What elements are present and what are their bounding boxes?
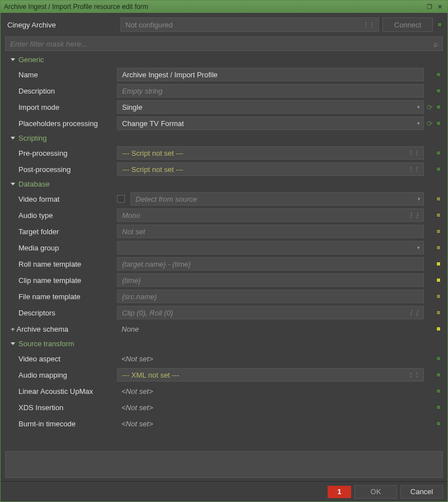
post-processing-label: Post-processing: [5, 165, 117, 174]
chevron-down-icon: [11, 137, 15, 140]
clip-template-label: Clip name template: [5, 276, 117, 285]
status-led: [436, 389, 441, 393]
chevron-down-icon: [11, 342, 15, 345]
close-icon[interactable]: ✕: [435, 3, 444, 11]
chevron-down-icon: ▾: [417, 245, 420, 250]
file-template-input[interactable]: {src.name}: [117, 290, 424, 303]
chevron-down-icon: ▾: [417, 120, 420, 126]
status-led: [436, 105, 441, 109]
audio-type-label: Audio type: [5, 211, 117, 220]
audio-type-field[interactable]: Mono⋮⋮: [117, 208, 424, 222]
name-label: Name: [5, 71, 117, 79]
bottom-panel: [5, 451, 443, 478]
section-database[interactable]: Database: [5, 178, 442, 190]
status-led: [436, 421, 441, 426]
archive-label: Cinegy Archive: [5, 21, 117, 29]
status-led: [436, 405, 441, 410]
pre-processing-label: Pre-processing: [5, 149, 117, 157]
target-folder-label: Target folder: [5, 227, 117, 236]
status-led: [436, 213, 441, 217]
description-label: Description: [5, 87, 117, 95]
burntc-label: Burnt-in timecode: [5, 420, 117, 428]
edit-form-window: Archive Ingest / Import Profile resource…: [0, 0, 448, 502]
status-led: [436, 262, 441, 266]
titlebar[interactable]: Archive Ingest / Import Profile resource…: [1, 1, 447, 13]
archive-schema-label[interactable]: Archive schema: [5, 325, 117, 333]
section-transform[interactable]: Source transform: [5, 337, 442, 350]
roll-template-label: Roll name template: [5, 260, 117, 268]
archive-schema-value: None: [117, 322, 424, 336]
import-mode-label: Import mode: [5, 103, 117, 111]
section-generic[interactable]: Generic: [5, 53, 442, 66]
connection-led: [437, 22, 442, 27]
audio-mapping-label: Audio mapping: [5, 371, 117, 379]
status-led: [436, 294, 441, 299]
browse-icon[interactable]: ⋮⋮: [408, 309, 420, 317]
connect-button[interactable]: Connect: [382, 17, 433, 32]
status-led: [436, 167, 441, 171]
chevron-down-icon: [11, 183, 15, 185]
archive-connection-field[interactable]: Not configured ⋮⋮: [120, 17, 379, 32]
xds-value: <Not set>: [117, 401, 424, 414]
media-group-label: Media group: [5, 244, 117, 252]
browse-icon[interactable]: ⋮⋮: [408, 150, 420, 157]
reset-icon[interactable]: ⟳: [427, 104, 433, 111]
archive-connection-value: Not configured: [125, 21, 173, 29]
error-count-badge[interactable]: 1: [328, 486, 351, 498]
roll-template-input[interactable]: {target.name} - {time}: [117, 257, 424, 271]
ok-button[interactable]: OK: [354, 485, 397, 499]
upmax-label: Linear Acoustic UpMax: [5, 387, 117, 396]
cancel-button[interactable]: Cancel: [400, 485, 443, 499]
section-scripting[interactable]: Scripting: [5, 132, 442, 145]
chevron-down-icon: ▾: [417, 104, 420, 110]
clip-template-input[interactable]: {time}: [117, 273, 424, 287]
audio-mapping-field[interactable]: --- XML not set ---⋮⋮: [117, 368, 424, 382]
video-aspect-value: <Not set>: [117, 352, 424, 365]
name-input[interactable]: Archive Ingest / Import Profile: [117, 68, 424, 81]
status-led: [436, 229, 441, 234]
post-processing-field[interactable]: --- Script not set ---⋮⋮: [117, 162, 424, 176]
file-template-label: File name template: [5, 292, 117, 301]
descriptors-field[interactable]: Clip (0), Roll (0)⋮⋮: [117, 306, 424, 319]
descriptors-label: Descriptors: [5, 309, 117, 317]
video-format-select[interactable]: Detect from source▾: [130, 192, 424, 206]
browse-icon[interactable]: ⋮⋮: [363, 21, 375, 29]
import-mode-select[interactable]: Single▾: [117, 100, 424, 114]
status-led: [436, 356, 441, 361]
browse-icon[interactable]: ⋮⋮: [408, 371, 420, 379]
status-led: [436, 89, 441, 93]
pre-processing-field[interactable]: --- Script not set ---⋮⋮: [117, 146, 424, 160]
burntc-value: <Not set>: [117, 417, 424, 430]
browse-icon[interactable]: ⋮⋮: [408, 212, 420, 219]
media-group-select[interactable]: ▾: [117, 241, 424, 254]
video-format-checkbox[interactable]: [117, 195, 125, 203]
chevron-down-icon: [11, 58, 15, 61]
status-led: [436, 278, 441, 282]
status-led: [436, 327, 441, 331]
form-area[interactable]: Generic Name Archive Ingest / Import Pro…: [5, 53, 443, 448]
xds-label: XDS Insertion: [5, 403, 117, 412]
search-icon[interactable]: ⌕: [433, 40, 438, 48]
placeholders-select[interactable]: Change TV Format▾: [117, 117, 424, 130]
window-title: Archive Ingest / Import Profile resource…: [4, 3, 424, 11]
reset-icon[interactable]: ⟳: [427, 120, 433, 127]
video-aspect-label: Video aspect: [5, 355, 117, 363]
footer: 1 OK Cancel: [1, 481, 447, 501]
filter-row: ⌕: [5, 36, 443, 51]
status-led: [436, 151, 441, 155]
status-led: [436, 121, 441, 125]
status-led: [436, 373, 441, 377]
filter-input[interactable]: [10, 40, 433, 48]
description-input[interactable]: Empty string: [117, 84, 424, 97]
restore-icon[interactable]: ❐: [425, 3, 434, 11]
status-led: [436, 310, 441, 315]
upmax-value: <Not set>: [117, 384, 424, 398]
status-led: [436, 197, 441, 201]
placeholders-label: Placeholders processing: [5, 119, 117, 128]
browse-icon[interactable]: ⋮⋮: [408, 166, 420, 173]
chevron-down-icon: ▾: [417, 196, 420, 202]
status-led: [436, 245, 441, 250]
target-folder-field[interactable]: Not set: [117, 225, 424, 238]
status-led: [436, 72, 441, 77]
video-format-label: Video format: [5, 195, 117, 203]
